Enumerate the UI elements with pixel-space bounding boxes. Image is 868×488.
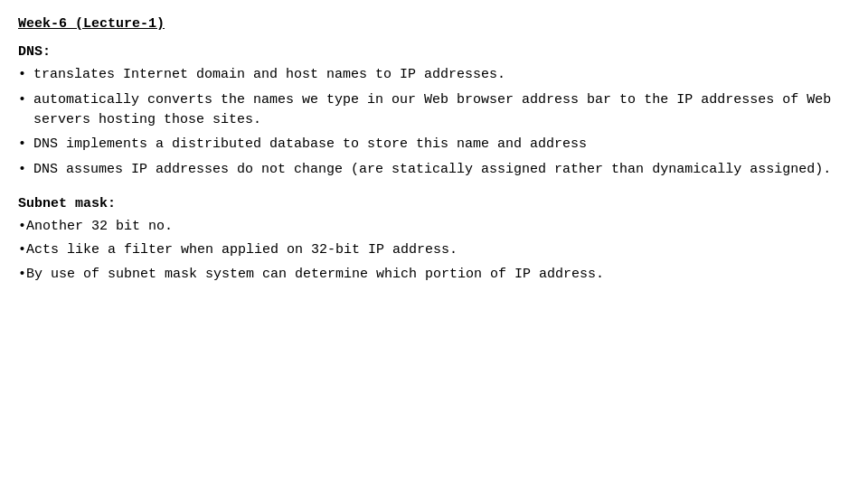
dns-bullet-2: automatically converts the names we type… <box>33 90 841 130</box>
dns-bullet-list: • translates Internet domain and host na… <box>18 65 841 180</box>
subnet-bullet-3: By use of subnet mask system can determi… <box>26 267 604 282</box>
subnet-bullet-prefix: • <box>18 242 26 258</box>
bullet-icon: • <box>18 135 26 155</box>
subnet-bullet-list: •Another 32 bit no. •Acts like a filter … <box>18 217 841 286</box>
dns-section: DNS: • translates Internet domain and ho… <box>18 44 841 180</box>
list-item: • DNS assumes IP addresses do not change… <box>18 160 841 180</box>
list-item: •By use of subnet mask system can determ… <box>18 265 841 286</box>
subnet-bullet-2: Acts like a filter when applied on 32-bi… <box>26 242 458 258</box>
subnet-bullet-prefix: • <box>18 267 26 282</box>
page-title: Week-6 (Lecture-1) <box>18 16 841 32</box>
dns-heading: DNS: <box>18 44 841 60</box>
subnet-section: Subnet mask: •Another 32 bit no. •Acts l… <box>18 196 841 286</box>
list-item: • DNS implements a distributed database … <box>18 135 841 155</box>
dns-bullet-3: DNS implements a distributed database to… <box>33 135 841 155</box>
subnet-bullet-prefix: • <box>18 219 26 234</box>
dns-bullet-1: translates Internet domain and host name… <box>33 65 841 85</box>
subnet-heading: Subnet mask: <box>18 196 841 211</box>
list-item: • automatically converts the names we ty… <box>18 90 841 130</box>
list-item: •Acts like a filter when applied on 32-b… <box>18 240 841 261</box>
list-item: •Another 32 bit no. <box>18 217 841 238</box>
bullet-icon: • <box>18 90 26 110</box>
bullet-icon: • <box>18 160 26 180</box>
subnet-bullet-1: Another 32 bit no. <box>26 219 173 234</box>
dns-bullet-4: DNS assumes IP addresses do not change (… <box>33 160 841 180</box>
list-item: • translates Internet domain and host na… <box>18 65 841 85</box>
bullet-icon: • <box>18 65 26 85</box>
